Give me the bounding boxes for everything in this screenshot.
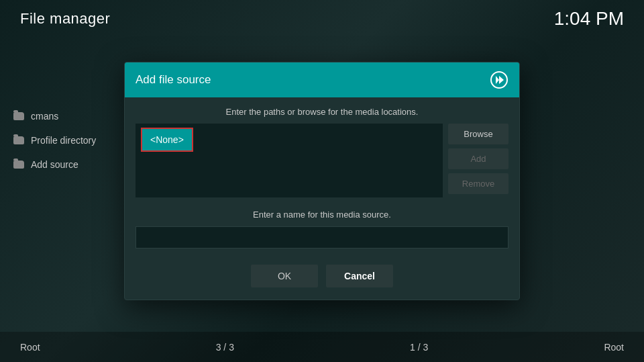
cancel-button[interactable]: Cancel (326, 265, 393, 287)
name-input-wrap (125, 224, 519, 259)
remove-button[interactable]: Remove (448, 173, 508, 194)
dialog-footer: OK Cancel (125, 259, 519, 300)
dialog-header: Add file source (125, 62, 519, 97)
name-input[interactable] (136, 226, 508, 248)
add-file-source-dialog: Add file source Enter the paths or brows… (124, 62, 520, 300)
dialog-title: Add file source (136, 73, 211, 87)
dialog-instruction: Enter the paths or browse for the media … (125, 97, 519, 124)
dialog-body: Enter the paths or browse for the media … (125, 97, 519, 259)
source-row: <None> Browse Add Remove (125, 124, 519, 203)
svg-marker-1 (496, 76, 499, 84)
ok-button[interactable]: OK (251, 265, 318, 287)
source-input-area: <None> (136, 124, 443, 197)
svg-marker-2 (499, 76, 504, 84)
kodi-logo-icon (490, 71, 508, 89)
name-instruction: Enter a name for this media source. (125, 203, 519, 224)
add-button[interactable]: Add (448, 148, 508, 169)
source-buttons: Browse Add Remove (448, 124, 508, 197)
modal-overlay: Add file source Enter the paths or brows… (0, 0, 644, 362)
browse-button[interactable]: Browse (448, 124, 508, 144)
source-none-button[interactable]: <None> (141, 128, 193, 152)
